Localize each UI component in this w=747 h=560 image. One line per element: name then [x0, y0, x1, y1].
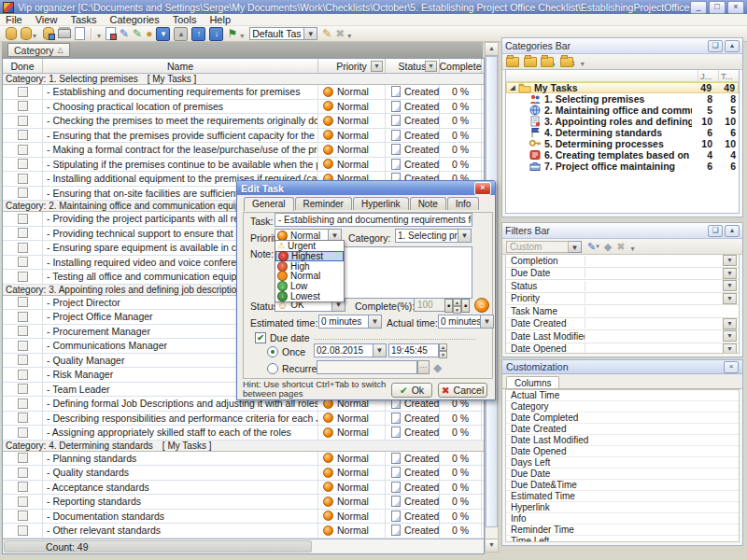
task-checkbox[interactable]	[18, 87, 28, 97]
task-checkbox[interactable]	[18, 174, 28, 184]
task-checkbox[interactable]	[18, 297, 28, 307]
task-checkbox[interactable]	[18, 312, 28, 322]
task-row[interactable]: - Describing responsibilities and perfor…	[3, 412, 484, 427]
due-date-picker[interactable]: 02.08.2015 ▼	[314, 343, 387, 357]
tree-item[interactable]: 6. Creating templates based on PO phases…	[506, 149, 739, 161]
column-item[interactable]: Due Date	[506, 469, 739, 480]
complete-task-icon[interactable]: ▾	[156, 27, 170, 40]
menu-tools[interactable]: Tools	[173, 14, 197, 25]
category-group-row[interactable]: Category: 4. Determining standards[ My T…	[3, 441, 484, 452]
dialog-tab-reminder[interactable]: Reminder	[295, 197, 352, 210]
column-item[interactable]: Category	[506, 401, 739, 413]
task-row[interactable]: - Quality standardsNormalCreated0 %	[3, 466, 484, 481]
filter-preset-combo[interactable]: Custom ▼	[506, 241, 582, 253]
toolbar-overflow-3-icon[interactable]: ▾	[347, 32, 351, 40]
task-checkbox[interactable]	[18, 116, 28, 126]
delete-filter-icon[interactable]: ✖	[616, 241, 625, 253]
filter-row[interactable]: Completion▼	[506, 255, 739, 268]
chevron-down-icon[interactable]: ▼	[723, 280, 737, 291]
default-task-combo[interactable]: Default Tas▼	[249, 27, 317, 40]
customize-filter-icon[interactable]: ✎▾	[587, 241, 599, 253]
float-panel-icon[interactable]: ❏	[708, 225, 723, 237]
task-checkbox[interactable]	[18, 525, 28, 536]
column-item[interactable]: Days Left	[506, 457, 739, 469]
chevron-down-icon[interactable]: ▼	[723, 255, 737, 266]
priority-option-low[interactable]: ↓Low	[275, 281, 344, 291]
task-row[interactable]: - Establishing and documenting requireme…	[3, 85, 484, 100]
ok-button[interactable]: ✔ Ok	[391, 383, 432, 398]
chevron-down-icon[interactable]: ▾	[33, 32, 36, 40]
complete-smiley-icon[interactable]: ☺	[474, 298, 489, 313]
toolbar-overflow-icon[interactable]: ▾	[581, 60, 585, 68]
scroll-down-icon[interactable]: ▼	[486, 539, 498, 552]
edit-category-icon[interactable]: ✎	[541, 56, 556, 68]
task-row[interactable]: - Ensuring that the premises provide suf…	[3, 129, 484, 144]
filter-row[interactable]: Due Date▼	[506, 268, 739, 281]
task-input[interactable]: - Establishing and documenting requireme…	[275, 213, 472, 227]
filter-row[interactable]: Task Name	[506, 305, 739, 318]
chevron-down-icon[interactable]: ▼	[723, 330, 737, 342]
menu-file[interactable]: File	[6, 14, 22, 25]
filter-dropdown-icon[interactable]: ▼	[425, 61, 437, 72]
tree-item[interactable]: 5. Determining processes1010	[506, 138, 739, 149]
tab-columns[interactable]: Columns	[506, 376, 559, 388]
priority-option-highest[interactable]: ↑Highest	[275, 251, 344, 261]
filter-dropdown-icon[interactable]: ▼	[371, 61, 383, 72]
column-item[interactable]: Date Completed	[506, 413, 739, 424]
save-database-icon[interactable]	[43, 27, 54, 40]
dialog-tab-general[interactable]: General	[244, 197, 294, 211]
task-checkbox[interactable]	[18, 159, 28, 169]
task-checkbox[interactable]	[18, 511, 28, 521]
due-time-picker[interactable]: 19:45:45 ▲▼	[388, 343, 447, 357]
priority-option-urgent[interactable]: ⚠Urgent	[275, 241, 344, 251]
column-item[interactable]: Hyperlink	[506, 502, 739, 513]
task-checkbox[interactable]	[18, 243, 28, 253]
open-database-icon[interactable]: ▾	[21, 27, 39, 40]
task-checkbox[interactable]	[18, 384, 28, 394]
tree-item[interactable]: 3. Appointing roles and defining job des…	[506, 116, 739, 127]
float-panel-icon[interactable]: ❏	[708, 40, 723, 52]
close-button[interactable]: ×	[727, 1, 744, 14]
new-database-icon[interactable]	[6, 27, 17, 40]
column-header-done[interactable]: Done	[3, 59, 43, 73]
toolbar-overflow-2-icon[interactable]: ▾	[240, 32, 244, 40]
task-checkbox[interactable]	[18, 101, 28, 111]
dialog-tab-hyperlink[interactable]: Hyperlink	[353, 197, 409, 210]
chevron-down-icon[interactable]: ▼	[723, 343, 737, 354]
task-row[interactable]: - Making a formal contract for the lease…	[3, 143, 484, 158]
task-checkbox[interactable]	[18, 145, 28, 155]
time-spinner[interactable]: ▲▼	[439, 343, 447, 357]
filter-row[interactable]: Priority▼	[506, 293, 739, 306]
column-item[interactable]: Reminder Time	[506, 525, 739, 536]
task-checkbox[interactable]	[18, 188, 28, 198]
filter-row[interactable]: Date Created▼	[506, 318, 739, 331]
actual-time-combo[interactable]: 0 minutes ▼	[438, 315, 494, 329]
filter-row[interactable]: Date Last Modified▼	[506, 330, 739, 343]
task-checkbox[interactable]	[18, 468, 28, 478]
step-up-icon[interactable]: ■	[461, 299, 470, 313]
clear-filter-icon[interactable]: ◆	[604, 241, 612, 253]
column-item[interactable]: Estimated Time	[506, 491, 739, 502]
column-item[interactable]: Due Date&Time	[506, 480, 739, 491]
chevron-down-icon[interactable]: ▼	[481, 315, 494, 329]
column-item[interactable]: Date Opened	[506, 446, 739, 457]
restore-button[interactable]: □	[709, 1, 726, 14]
tree-item[interactable]: 2. Maintaining office and communication …	[506, 105, 739, 116]
recurrence-ellipsis-icon[interactable]: …	[417, 360, 430, 374]
tree-item[interactable]: 4. Determining standards66	[506, 127, 739, 138]
priority-option-lowest[interactable]: ↓Lowest	[275, 291, 344, 301]
category-combo[interactable]: 1. Selecting premises ▼	[395, 229, 472, 243]
column-j[interactable]: J...	[698, 70, 718, 81]
task-checkbox[interactable]	[18, 341, 28, 351]
column-item[interactable]: Date Last Modified	[506, 435, 739, 446]
column-header-name[interactable]: Name	[43, 59, 318, 73]
group-by-category-button[interactable]: Category △	[7, 43, 70, 57]
collapse-panel-icon[interactable]: ▴	[725, 225, 740, 237]
column-item[interactable]: Info	[506, 513, 739, 525]
toolbar-overflow-icon[interactable]: ▾	[630, 245, 634, 253]
due-date-checkbox[interactable]: ✔	[255, 332, 266, 343]
new-subcategory-icon[interactable]: +	[524, 56, 537, 68]
minimize-button[interactable]: _	[690, 1, 707, 14]
column-header-priority[interactable]: Priority▼	[318, 59, 386, 73]
task-row[interactable]: - Reporting standardsNormalCreated0 %	[3, 495, 484, 510]
